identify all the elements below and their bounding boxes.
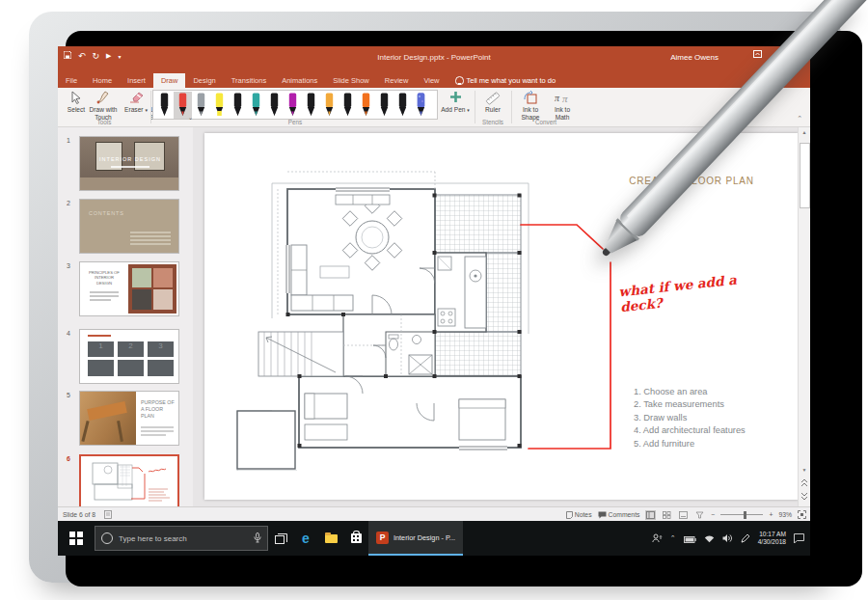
slide-thumbnail-5[interactable]: PURPOSE OF A FLOOR PLAN [79, 391, 179, 446]
tab-transitions[interactable]: Transitions [224, 73, 274, 88]
task-view-button[interactable] [268, 521, 293, 556]
vertical-scrollbar: ▲ ▼ [798, 127, 810, 506]
zoom-level[interactable]: 93% [778, 511, 792, 518]
screen: ↶ ↻ ▶ ▾ Interior Design.pptx - PowerPoin… [58, 46, 810, 556]
powerpoint-task-label: Interior Design - P... [393, 533, 455, 542]
start-button[interactable] [58, 521, 95, 556]
people-icon[interactable] [652, 530, 663, 547]
clock-date: 4/30/2018 [758, 538, 786, 546]
thumb4-box1: 1 [88, 341, 114, 357]
wifi-icon[interactable] [704, 530, 715, 547]
tab-animations[interactable]: Animations [274, 73, 325, 88]
tab-design[interactable]: Design [185, 73, 223, 88]
microphone-icon[interactable] [254, 532, 261, 545]
next-slide-button[interactable] [800, 492, 808, 502]
slide-thumbnail-1[interactable]: INTERIOR DESIGN [79, 136, 179, 191]
black-pen-6[interactable] [375, 92, 393, 119]
minimize-button[interactable]: — [773, 50, 782, 60]
silver-pen[interactable] [192, 92, 210, 119]
slide-thumbnail-3[interactable]: PRINCIPLES OF INTERIOR DESIGN [79, 261, 179, 316]
slide-thumbnail-4[interactable]: 1 2 3 [79, 329, 179, 384]
step-item: 1. Choose an area [634, 386, 746, 398]
ruler-button[interactable]: Ruler [478, 90, 507, 114]
black-pen-3[interactable] [265, 92, 284, 119]
tab-insert[interactable]: Insert [120, 73, 153, 88]
black-pen-2[interactable] [229, 92, 247, 119]
action-center-icon[interactable] [794, 530, 804, 547]
draw-with-touch-button[interactable]: Draw with Touch [85, 90, 122, 121]
tray-expand-icon[interactable]: ⌃ [670, 534, 676, 542]
zoom-in-button[interactable]: + [769, 511, 773, 518]
notes-button[interactable]: Notes [566, 511, 592, 519]
red-pen[interactable]: ⌄ [174, 92, 192, 119]
tab-review[interactable]: Review [377, 73, 417, 88]
black-pen-7[interactable] [393, 92, 412, 119]
windows-logo-icon [69, 532, 83, 545]
black-pen-1[interactable] [155, 92, 174, 119]
taskbar-clock[interactable]: 10:17 AM 4/30/2018 [758, 531, 786, 546]
black-pen-5[interactable] [339, 92, 357, 119]
slide-sorter-view-button[interactable] [662, 510, 672, 520]
slide-thumbnail-6[interactable] [79, 454, 179, 506]
fit-slide-button[interactable] [798, 510, 806, 520]
taskbar-search-box[interactable]: Type here to search [95, 526, 268, 551]
orange-pen[interactable] [357, 92, 375, 119]
clock-time: 10:17 AM [758, 531, 786, 538]
normal-view-button[interactable] [645, 510, 656, 520]
thumb4-box3: 3 [148, 341, 174, 357]
ribbon-display-options-icon[interactable] [753, 50, 762, 60]
thumb4-box2: 2 [118, 341, 144, 357]
pen-settings-icon[interactable] [741, 530, 750, 547]
teal-pen[interactable] [247, 92, 265, 119]
step-item: 2. Take measurements [634, 398, 746, 411]
reading-view-button[interactable] [678, 510, 689, 520]
slide-thumbnail-2[interactable]: CONTENTS [79, 199, 179, 254]
microsoft-store-icon[interactable] [343, 521, 368, 556]
tools-group-label: Tools [58, 119, 150, 125]
cortana-icon [101, 532, 113, 544]
account-name[interactable]: Aimee Owens [670, 53, 719, 62]
edge-browser-icon[interactable]: e [293, 521, 318, 556]
zoom-slider-thumb[interactable] [744, 511, 746, 519]
ribbon: Select Draw with Touch Eraser ▾ Lasso Se… [58, 88, 810, 127]
tell-me-box[interactable]: Tell me what you want to do [448, 73, 564, 88]
ink-to-math-button[interactable]: ππ Ink to Math [548, 90, 577, 121]
previous-slide-button[interactable] [800, 478, 808, 488]
purple-pen[interactable] [284, 92, 302, 119]
scroll-up-icon[interactable]: ▲ [799, 129, 810, 135]
collapse-ribbon-icon[interactable]: ⌃ [797, 115, 802, 123]
maximize-button[interactable]: ▢ [794, 50, 802, 60]
ink-to-shape-button[interactable]: Ink to Shape [515, 90, 546, 121]
convert-group-label: Convert [513, 119, 579, 125]
pens-gallery: ⌄ [152, 90, 438, 120]
tab-home[interactable]: Home [85, 73, 120, 88]
stencils-group-label: Stencils [476, 119, 509, 125]
black-pen-4[interactable] [302, 92, 320, 119]
ruler-icon [478, 91, 507, 105]
tab-draw[interactable]: Draw [153, 73, 186, 88]
lightbulb-icon [455, 76, 464, 85]
yellow-highlighter[interactable] [210, 92, 229, 119]
ribbon-tabs: File Home Insert Draw Design Transitions… [58, 71, 810, 88]
add-pen-button[interactable]: Add Pen ▾ [440, 90, 471, 114]
zoom-out-button[interactable]: − [711, 511, 715, 518]
file-explorer-icon[interactable] [318, 521, 343, 556]
volume-icon[interactable] [722, 530, 733, 547]
gold-pen[interactable] [320, 92, 339, 119]
powerpoint-icon: P [376, 532, 389, 544]
tab-file[interactable]: File [58, 73, 85, 88]
zoom-slider[interactable] [720, 514, 763, 515]
comments-button[interactable]: Comments [598, 511, 640, 519]
tab-view[interactable]: View [416, 73, 447, 88]
scroll-down-icon[interactable]: ▼ [799, 467, 810, 473]
slide-thumbnail-panel: 1 INTERIOR DESIGN 2 CONTENTS [58, 127, 193, 506]
slideshow-view-button[interactable] [694, 510, 705, 520]
scrollbar-thumb[interactable] [800, 143, 810, 208]
tab-slide-show[interactable]: Slide Show [325, 73, 377, 88]
galaxy-pen[interactable] [412, 92, 430, 119]
status-bar: Slide 6 of 8 Notes Comments [58, 506, 810, 522]
powerpoint-taskbar-button[interactable]: P Interior Design - P... [368, 521, 463, 556]
battery-icon[interactable] [684, 530, 696, 547]
accessibility-icon [104, 510, 112, 520]
slide-canvas[interactable]: CREATE A FLOOR PLAN [204, 133, 799, 500]
